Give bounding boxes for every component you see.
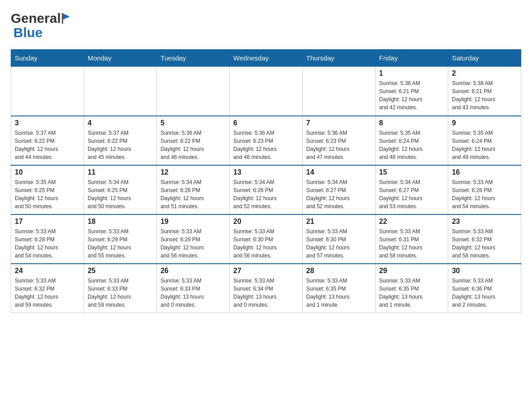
day-number: 17 — [15, 218, 80, 226]
day-info: Sunrise: 5:33 AM Sunset: 6:33 PM Dayligh… — [160, 277, 226, 309]
calendar-cell — [84, 67, 157, 116]
day-number: 20 — [233, 218, 299, 226]
calendar-cell: 24Sunrise: 5:33 AM Sunset: 6:32 PM Dayli… — [11, 264, 84, 313]
day-info: Sunrise: 5:35 AM Sunset: 6:25 PM Dayligh… — [15, 178, 80, 210]
calendar-cell: 1Sunrise: 5:38 AM Sunset: 6:21 PM Daylig… — [375, 67, 448, 116]
calendar-cell: 11Sunrise: 5:34 AM Sunset: 6:25 PM Dayli… — [84, 165, 157, 214]
day-info: Sunrise: 5:33 AM Sunset: 6:28 PM Dayligh… — [15, 227, 80, 260]
day-number: 25 — [88, 267, 153, 275]
calendar-cell: 3Sunrise: 5:37 AM Sunset: 6:22 PM Daylig… — [11, 116, 84, 165]
calendar-cell: 21Sunrise: 5:33 AM Sunset: 6:30 PM Dayli… — [302, 214, 375, 264]
svg-rect-1 — [62, 13, 63, 24]
day-number: 9 — [452, 119, 517, 127]
calendar-cell: 23Sunrise: 5:33 AM Sunset: 6:32 PM Dayli… — [448, 214, 521, 264]
day-info: Sunrise: 5:33 AM Sunset: 6:29 PM Dayligh… — [88, 227, 153, 260]
day-number: 12 — [160, 168, 226, 176]
calendar-cell: 7Sunrise: 5:36 AM Sunset: 6:23 PM Daylig… — [302, 116, 375, 165]
day-info: Sunrise: 5:33 AM Sunset: 6:32 PM Dayligh… — [15, 277, 80, 309]
weekday-header-sunday: Sunday — [11, 50, 84, 67]
day-info: Sunrise: 5:34 AM Sunset: 6:27 PM Dayligh… — [306, 178, 372, 210]
calendar-cell: 8Sunrise: 5:35 AM Sunset: 6:24 PM Daylig… — [375, 116, 448, 165]
weekday-header-thursday: Thursday — [302, 50, 375, 67]
calendar-cell: 30Sunrise: 5:33 AM Sunset: 6:36 PM Dayli… — [448, 264, 521, 313]
day-number: 18 — [88, 218, 153, 226]
calendar-cell: 16Sunrise: 5:33 AM Sunset: 6:28 PM Dayli… — [448, 165, 521, 214]
weekday-header-row: SundayMondayTuesdayWednesdayThursdayFrid… — [11, 50, 521, 67]
calendar-header: SundayMondayTuesdayWednesdayThursdayFrid… — [11, 50, 521, 67]
calendar-cell: 9Sunrise: 5:35 AM Sunset: 6:24 PM Daylig… — [448, 116, 521, 165]
day-info: Sunrise: 5:36 AM Sunset: 6:23 PM Dayligh… — [233, 129, 299, 161]
calendar-cell: 27Sunrise: 5:33 AM Sunset: 6:34 PM Dayli… — [230, 264, 303, 313]
weekday-header-monday: Monday — [84, 50, 157, 67]
day-number: 23 — [452, 218, 517, 226]
day-info: Sunrise: 5:33 AM Sunset: 6:35 PM Dayligh… — [306, 277, 372, 309]
day-info: Sunrise: 5:33 AM Sunset: 6:32 PM Dayligh… — [452, 227, 517, 260]
calendar-cell: 25Sunrise: 5:33 AM Sunset: 6:33 PM Dayli… — [84, 264, 157, 313]
day-number: 5 — [160, 119, 226, 127]
week-row-1: 1Sunrise: 5:38 AM Sunset: 6:21 PM Daylig… — [11, 67, 521, 116]
day-number: 24 — [15, 267, 80, 275]
week-row-2: 3Sunrise: 5:37 AM Sunset: 6:22 PM Daylig… — [11, 116, 521, 165]
day-info: Sunrise: 5:33 AM Sunset: 6:28 PM Dayligh… — [452, 178, 517, 210]
day-number: 11 — [88, 168, 153, 176]
day-number: 4 — [88, 119, 153, 127]
day-info: Sunrise: 5:33 AM Sunset: 6:30 PM Dayligh… — [233, 227, 299, 260]
calendar-body: 1Sunrise: 5:38 AM Sunset: 6:21 PM Daylig… — [11, 67, 521, 313]
day-number: 10 — [15, 168, 80, 176]
day-info: Sunrise: 5:35 AM Sunset: 6:24 PM Dayligh… — [452, 129, 517, 161]
calendar-cell: 6Sunrise: 5:36 AM Sunset: 6:23 PM Daylig… — [230, 116, 303, 165]
day-info: Sunrise: 5:35 AM Sunset: 6:24 PM Dayligh… — [379, 129, 445, 161]
weekday-header-friday: Friday — [375, 50, 448, 67]
day-info: Sunrise: 5:33 AM Sunset: 6:36 PM Dayligh… — [452, 277, 517, 309]
day-number: 28 — [306, 267, 372, 275]
logo: General Blue — [11, 11, 72, 40]
day-info: Sunrise: 5:38 AM Sunset: 6:21 PM Dayligh… — [452, 79, 517, 111]
calendar-cell: 5Sunrise: 5:36 AM Sunset: 6:22 PM Daylig… — [157, 116, 230, 165]
calendar-cell — [11, 67, 84, 116]
calendar-cell — [302, 67, 375, 116]
weekday-header-tuesday: Tuesday — [157, 50, 230, 67]
week-row-3: 10Sunrise: 5:35 AM Sunset: 6:25 PM Dayli… — [11, 165, 521, 214]
day-info: Sunrise: 5:36 AM Sunset: 6:22 PM Dayligh… — [160, 129, 226, 161]
day-info: Sunrise: 5:34 AM Sunset: 6:27 PM Dayligh… — [379, 178, 445, 210]
day-number: 19 — [160, 218, 226, 226]
calendar-cell: 17Sunrise: 5:33 AM Sunset: 6:28 PM Dayli… — [11, 214, 84, 264]
day-number: 22 — [379, 218, 445, 226]
calendar-cell — [157, 67, 230, 116]
calendar-cell: 26Sunrise: 5:33 AM Sunset: 6:33 PM Dayli… — [157, 264, 230, 313]
calendar-cell: 2Sunrise: 5:38 AM Sunset: 6:21 PM Daylig… — [448, 67, 521, 116]
day-number: 7 — [306, 119, 372, 127]
day-info: Sunrise: 5:33 AM Sunset: 6:29 PM Dayligh… — [160, 227, 226, 260]
day-info: Sunrise: 5:33 AM Sunset: 6:33 PM Dayligh… — [88, 277, 153, 309]
calendar-cell: 15Sunrise: 5:34 AM Sunset: 6:27 PM Dayli… — [375, 165, 448, 214]
day-number: 21 — [306, 218, 372, 226]
weekday-header-wednesday: Wednesday — [230, 50, 303, 67]
week-row-4: 17Sunrise: 5:33 AM Sunset: 6:28 PM Dayli… — [11, 214, 521, 264]
calendar-cell: 28Sunrise: 5:33 AM Sunset: 6:35 PM Dayli… — [302, 264, 375, 313]
day-number: 16 — [452, 168, 517, 176]
day-number: 27 — [233, 267, 299, 275]
page-header: General Blue — [11, 11, 521, 40]
day-info: Sunrise: 5:34 AM Sunset: 6:25 PM Dayligh… — [88, 178, 153, 210]
calendar-cell: 29Sunrise: 5:33 AM Sunset: 6:35 PM Dayli… — [375, 264, 448, 313]
day-info: Sunrise: 5:37 AM Sunset: 6:22 PM Dayligh… — [15, 129, 80, 161]
day-number: 8 — [379, 119, 445, 127]
calendar-cell: 13Sunrise: 5:34 AM Sunset: 6:26 PM Dayli… — [230, 165, 303, 214]
day-info: Sunrise: 5:34 AM Sunset: 6:26 PM Dayligh… — [233, 178, 299, 210]
day-info: Sunrise: 5:34 AM Sunset: 6:26 PM Dayligh… — [160, 178, 226, 210]
day-number: 30 — [452, 267, 517, 275]
day-number: 14 — [306, 168, 372, 176]
logo-flag-icon — [62, 12, 72, 25]
day-number: 6 — [233, 119, 299, 127]
day-info: Sunrise: 5:33 AM Sunset: 6:31 PM Dayligh… — [379, 227, 445, 260]
calendar-cell — [230, 67, 303, 116]
logo-blue-text: Blue — [11, 25, 43, 40]
calendar-cell: 10Sunrise: 5:35 AM Sunset: 6:25 PM Dayli… — [11, 165, 84, 214]
day-info: Sunrise: 5:33 AM Sunset: 6:30 PM Dayligh… — [306, 227, 372, 260]
calendar-cell: 12Sunrise: 5:34 AM Sunset: 6:26 PM Dayli… — [157, 165, 230, 214]
day-info: Sunrise: 5:36 AM Sunset: 6:23 PM Dayligh… — [306, 129, 372, 161]
day-number: 2 — [452, 69, 517, 77]
day-number: 26 — [160, 267, 226, 275]
day-number: 13 — [233, 168, 299, 176]
week-row-5: 24Sunrise: 5:33 AM Sunset: 6:32 PM Dayli… — [11, 264, 521, 313]
